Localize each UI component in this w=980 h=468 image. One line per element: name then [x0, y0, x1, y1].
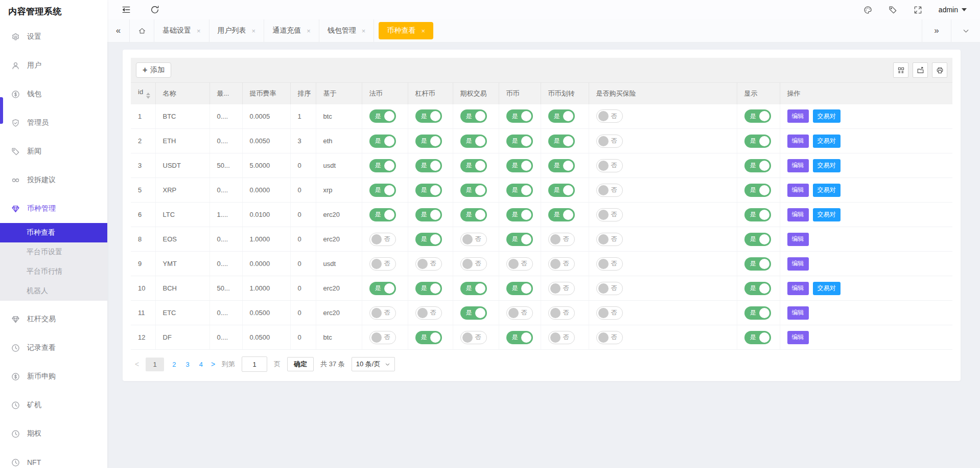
edit-button[interactable]: 编辑 [787, 257, 809, 271]
toggle-show-on[interactable]: 是 [744, 233, 771, 246]
toggle-option-on[interactable]: 是 [460, 306, 487, 320]
user-menu[interactable]: admin [939, 6, 967, 14]
sidebar-item-4[interactable]: 新闻 [0, 137, 107, 166]
edit-button[interactable]: 编辑 [787, 159, 809, 172]
toggle-show-on[interactable]: 是 [744, 135, 771, 148]
toggle-option-on[interactable]: 是 [460, 184, 487, 197]
toggle-option-on[interactable]: 是 [460, 109, 487, 123]
toggle-transfer-on[interactable]: 是 [548, 109, 575, 123]
toggle-fiat-on[interactable]: 是 [369, 208, 396, 221]
toggle-transfer-off[interactable]: 否 [548, 331, 575, 344]
sidebar-item-7[interactable]: 杠杆交易 [0, 305, 107, 333]
toggle-coin-on[interactable]: 是 [506, 135, 533, 148]
tab-2[interactable]: 通道充值× [264, 19, 319, 42]
toggle-insurance-off[interactable]: 否 [596, 159, 623, 172]
toggle-transfer-on[interactable]: 是 [548, 208, 575, 221]
tab-1[interactable]: 用户列表× [209, 19, 265, 42]
sidebar-item-0[interactable]: 设置 [0, 23, 107, 51]
toggle-show-on[interactable]: 是 [744, 159, 771, 172]
edit-button[interactable]: 编辑 [787, 109, 809, 123]
toggle-coin-on[interactable]: 是 [506, 233, 533, 246]
prev-page-button[interactable]: < [135, 360, 139, 368]
toggle-fiat-on[interactable]: 是 [369, 282, 396, 295]
columns-button[interactable] [893, 62, 908, 78]
toggle-fiat-off[interactable]: 否 [369, 306, 396, 320]
toggle-lever-off[interactable]: 否 [415, 306, 442, 320]
toggle-transfer-on[interactable]: 是 [548, 184, 575, 197]
toggle-lever-on[interactable]: 是 [415, 184, 442, 197]
toggle-insurance-off[interactable]: 否 [596, 184, 623, 197]
pair-button[interactable]: 交易对 [813, 109, 841, 123]
toggle-show-on[interactable]: 是 [744, 282, 771, 295]
tabs-scroll-left-button[interactable]: « [107, 19, 130, 42]
page-jump-input[interactable] [242, 356, 267, 372]
toggle-insurance-off[interactable]: 否 [596, 109, 623, 123]
toggle-fiat-on[interactable]: 是 [369, 159, 396, 172]
tab-close-icon[interactable]: × [252, 27, 256, 35]
edit-button[interactable]: 编辑 [787, 208, 809, 221]
page-number-3[interactable]: 3 [184, 361, 191, 368]
pair-button[interactable]: 交易对 [813, 159, 841, 172]
toggle-option-off[interactable]: 否 [460, 331, 487, 344]
toggle-insurance-off[interactable]: 否 [596, 257, 623, 271]
toggle-coin-on[interactable]: 是 [506, 109, 533, 123]
confirm-button[interactable]: 确定 [287, 357, 314, 371]
tag-icon[interactable] [889, 6, 897, 14]
toggle-coin-off[interactable]: 否 [506, 306, 533, 320]
sidebar-item-2[interactable]: 钱包 [0, 80, 107, 108]
sidebar-item-9[interactable]: 新币申购 [0, 362, 107, 391]
toggle-insurance-off[interactable]: 否 [596, 282, 623, 295]
menu-fold-icon[interactable] [122, 5, 131, 14]
sidebar-subitem-2[interactable]: 平台币行情 [0, 262, 107, 281]
tabs-menu-button[interactable] [951, 19, 980, 42]
toggle-fiat-on[interactable]: 是 [369, 135, 396, 148]
toggle-insurance-off[interactable]: 否 [596, 208, 623, 221]
toggle-show-on[interactable]: 是 [744, 184, 771, 197]
toggle-fiat-on[interactable]: 是 [369, 109, 396, 123]
toggle-lever-on[interactable]: 是 [415, 331, 442, 344]
edit-button[interactable]: 编辑 [787, 331, 809, 344]
sidebar-scrollbar-thumb[interactable] [0, 97, 3, 124]
tab-close-icon[interactable]: × [197, 27, 201, 35]
sidebar-subitem-0[interactable]: 币种查看 [0, 223, 107, 242]
toggle-coin-off[interactable]: 否 [506, 257, 533, 271]
toggle-coin-on[interactable]: 是 [506, 184, 533, 197]
column-header-id[interactable]: id [131, 83, 155, 104]
tabs-scroll-right-button[interactable]: » [922, 19, 951, 42]
toggle-option-on[interactable]: 是 [460, 282, 487, 295]
toggle-coin-on[interactable]: 是 [506, 331, 533, 344]
pair-button[interactable]: 交易对 [813, 208, 841, 221]
add-button[interactable]: + 添加 [136, 62, 171, 78]
toggle-option-off[interactable]: 否 [460, 257, 487, 271]
home-tab-button[interactable] [130, 19, 154, 42]
sidebar-subitem-3[interactable]: 机器人 [0, 281, 107, 301]
toggle-fiat-off[interactable]: 否 [369, 257, 396, 271]
toggle-coin-on[interactable]: 是 [506, 159, 533, 172]
tab-close-icon[interactable]: × [307, 27, 311, 35]
toggle-option-on[interactable]: 是 [460, 208, 487, 221]
toggle-fiat-off[interactable]: 否 [369, 233, 396, 246]
toggle-transfer-off[interactable]: 否 [548, 306, 575, 320]
toggle-transfer-off[interactable]: 否 [548, 257, 575, 271]
sidebar-item-10[interactable]: 矿机 [0, 391, 107, 419]
page-number-2[interactable]: 2 [171, 361, 177, 368]
sidebar-item-1[interactable]: 用户 [0, 51, 107, 80]
toggle-fiat-off[interactable]: 否 [369, 331, 396, 344]
toggle-show-on[interactable]: 是 [744, 109, 771, 123]
toggle-lever-on[interactable]: 是 [415, 208, 442, 221]
edit-button[interactable]: 编辑 [787, 233, 809, 246]
edit-button[interactable]: 编辑 [787, 306, 809, 320]
toggle-option-off[interactable]: 否 [460, 233, 487, 246]
export-button[interactable] [913, 62, 928, 78]
toggle-lever-on[interactable]: 是 [415, 135, 442, 148]
toggle-show-on[interactable]: 是 [744, 306, 771, 320]
toggle-show-on[interactable]: 是 [744, 208, 771, 221]
edit-button[interactable]: 编辑 [787, 282, 809, 295]
edit-button[interactable]: 编辑 [787, 135, 809, 148]
toggle-lever-on[interactable]: 是 [415, 233, 442, 246]
sort-icon[interactable] [146, 93, 150, 99]
toggle-show-on[interactable]: 是 [744, 257, 771, 271]
page-number-4[interactable]: 4 [198, 361, 204, 368]
tab-close-icon[interactable]: × [421, 27, 425, 35]
toggle-transfer-on[interactable]: 是 [548, 135, 575, 148]
